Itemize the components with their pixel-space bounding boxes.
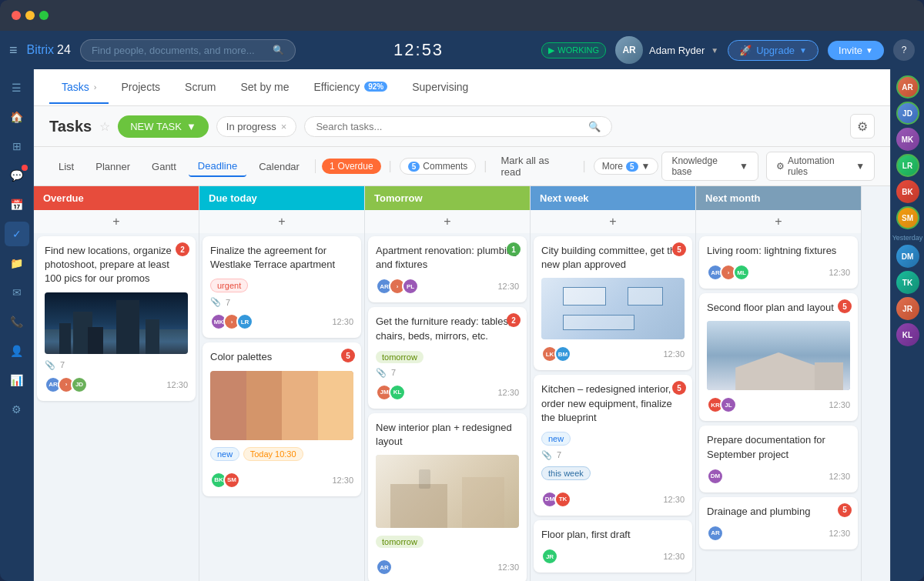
user-dropdown-icon[interactable]: ▼: [711, 46, 718, 55]
automation-icon: ⚙: [776, 161, 785, 172]
col-add-next-month[interactable]: +: [696, 210, 861, 233]
avatar-3: LR: [236, 313, 253, 330]
rs-avatar-3[interactable]: MK: [896, 128, 919, 151]
card-avatars: AR › JD: [45, 376, 84, 393]
new-task-button[interactable]: NEW TASK ▼: [118, 115, 209, 138]
global-search[interactable]: 🔍: [80, 39, 296, 62]
menu-icon[interactable]: ≡: [9, 42, 18, 58]
rs-avatar-5[interactable]: BK: [896, 180, 919, 203]
invite-button[interactable]: Invite ▼: [828, 41, 884, 60]
rs-avatar-1[interactable]: AR: [896, 75, 919, 99]
col-add-next-week[interactable]: +: [531, 210, 695, 233]
rs-avatar-10[interactable]: KL: [896, 323, 919, 346]
task-card[interactable]: 2 Get the furniture ready: tables, chair…: [368, 307, 527, 408]
view-calendar[interactable]: Calendar: [249, 157, 309, 176]
sidebar-item-chat[interactable]: 💬: [5, 163, 29, 188]
card-title: Find new locations, organize photoshoot,…: [45, 244, 188, 286]
col-cards-overdue: 2 Find new locations, organize photoshoo…: [34, 233, 199, 581]
card-image-floorplan: [541, 278, 685, 339]
search-input[interactable]: [92, 45, 266, 56]
rs-avatar-7[interactable]: DM: [896, 245, 919, 268]
sidebar-item-contacts[interactable]: 👤: [5, 339, 29, 363]
task-search[interactable]: 🔍: [304, 116, 612, 137]
mark-read-button[interactable]: Mark all as read: [495, 152, 575, 181]
filter-in-progress[interactable]: In progress ×: [216, 116, 297, 137]
task-card[interactable]: 2 Find new locations, organize photoshoo…: [37, 236, 196, 401]
sidebar-item-phone[interactable]: 📞: [5, 309, 29, 334]
comments-pill[interactable]: 5 Comments: [400, 158, 477, 175]
tab-supervising[interactable]: Supervising: [400, 72, 480, 104]
card-footer: AR › ML 12:30: [707, 264, 850, 281]
task-card[interactable]: New interior plan + redesigned layout to…: [368, 413, 527, 581]
overdue-count: 1: [330, 161, 335, 172]
card-badge: 1: [507, 242, 521, 256]
automation-rules-button[interactable]: ⚙ Automation rules ▼: [766, 152, 875, 181]
task-card[interactable]: Floor plan, first draft JR 12:30: [534, 520, 692, 573]
card-footer: DM TK 12:30: [541, 491, 685, 508]
more-button[interactable]: More 5 ▼: [594, 158, 659, 175]
upgrade-button[interactable]: 🚀 Upgrade ▼: [728, 40, 819, 61]
task-card[interactable]: Finalize the agreement for Westlake Terr…: [203, 236, 361, 338]
sidebar-item-calendar[interactable]: 📅: [5, 192, 29, 217]
task-card[interactable]: Living room: lightning fixtures AR › ML …: [699, 236, 858, 289]
attachment-count: 7: [60, 360, 65, 369]
fullscreen-button[interactable]: [39, 11, 49, 20]
avatar-2: BM: [554, 346, 571, 362]
task-settings-button[interactable]: ⚙: [850, 114, 875, 139]
col-add-due-today[interactable]: +: [199, 210, 364, 233]
task-search-input[interactable]: [316, 121, 588, 132]
rs-avatar-2[interactable]: JD: [896, 102, 919, 125]
knowledge-base-button[interactable]: Knowledge base ▼: [661, 152, 758, 181]
favorite-icon[interactable]: ☆: [99, 119, 110, 134]
col-add-tomorrow[interactable]: +: [365, 210, 530, 233]
rs-avatar-9[interactable]: JR: [896, 297, 919, 320]
task-card[interactable]: 5 City building committee, get the new p…: [534, 236, 692, 370]
col-cards-due-today: Finalize the agreement for Westlake Terr…: [199, 233, 364, 581]
task-card[interactable]: 5 Color palettes new Today: [203, 342, 361, 496]
minimize-button[interactable]: [25, 11, 35, 20]
task-card[interactable]: 1 Apartment renovation: plumbing and fix…: [368, 236, 527, 302]
sidebar-item-files[interactable]: 📁: [5, 251, 29, 275]
sidebar-item-home[interactable]: 🏠: [5, 105, 29, 129]
card-avatars: DM TK: [541, 491, 567, 508]
help-button[interactable]: ?: [893, 39, 915, 61]
task-card[interactable]: Prepare documentation for September proj…: [699, 426, 858, 492]
avatar-3: PL: [402, 278, 419, 295]
tab-set-by-me[interactable]: Set by me: [229, 72, 302, 104]
sidebar-item-grid[interactable]: ⊞: [5, 134, 29, 159]
rs-label-yesterday: Yesterday: [892, 234, 923, 242]
card-title: Kitchen – redesigned interior, order new…: [541, 382, 685, 425]
view-deadline[interactable]: Deadline: [189, 156, 246, 177]
avatar-2: TK: [554, 491, 571, 508]
filter-clear-icon[interactable]: ×: [281, 121, 287, 132]
sidebar-item-mail[interactable]: ✉: [5, 280, 29, 305]
overdue-pill[interactable]: 1 Overdue: [322, 159, 381, 174]
view-gantt[interactable]: Gantt: [142, 157, 186, 176]
sidebar-item-settings[interactable]: ⚙: [5, 397, 29, 422]
rs-avatar-8[interactable]: TK: [896, 271, 919, 294]
separator-3: |: [582, 159, 585, 173]
tab-projects[interactable]: Projects: [109, 72, 172, 104]
card-meta: 📎 7: [210, 297, 353, 307]
close-button[interactable]: [12, 11, 21, 20]
tab-scrum[interactable]: Scrum: [172, 72, 228, 104]
tab-efficiency[interactable]: Efficiency 92%: [302, 72, 400, 104]
task-card[interactable]: 5 Drainage and plumbing AR 12:30: [699, 497, 858, 549]
card-footer: AR 12:30: [376, 559, 519, 576]
rs-avatar-4[interactable]: LR: [896, 154, 919, 177]
rs-avatar-6[interactable]: SM: [896, 206, 919, 229]
attachment-icon: 📎: [376, 368, 387, 378]
view-planner[interactable]: Planner: [86, 157, 139, 176]
sidebar-item-tasks[interactable]: ✓: [5, 222, 29, 246]
sidebar-item-analytics[interactable]: 📊: [5, 368, 29, 392]
col-add-overdue[interactable]: +: [34, 210, 199, 233]
card-avatars: JR: [541, 548, 554, 565]
task-card[interactable]: 5 Kitchen – redesigned interior, order n…: [534, 375, 692, 516]
view-list[interactable]: List: [49, 157, 83, 176]
card-time: 12:30: [663, 349, 685, 359]
card-image-city: [45, 292, 188, 354]
sidebar-item-menu[interactable]: ☰: [5, 75, 29, 100]
task-card[interactable]: 5 Second floor plan and layout KR JL: [699, 293, 858, 421]
avatar[interactable]: AR: [615, 36, 643, 64]
tab-tasks[interactable]: Tasks ›: [49, 72, 109, 104]
